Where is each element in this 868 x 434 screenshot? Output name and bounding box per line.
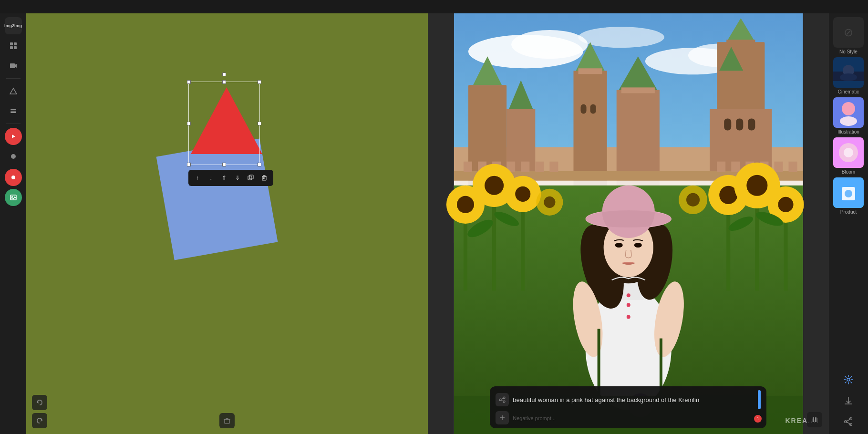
svg-line-121 (501, 400, 503, 401)
sidebar-divider-1 (6, 78, 21, 79)
style-item-cinematic[interactable]: Cinematic (832, 57, 865, 94)
handle-top-center[interactable] (222, 80, 226, 84)
play-icon (10, 134, 16, 139)
pause-icon (811, 416, 818, 424)
prompt-row-1: beautiful woman in a pink hat against th… (496, 390, 761, 409)
svg-point-76 (515, 186, 530, 202)
sidebar-item-layers[interactable] (5, 103, 22, 120)
toolbar-send-back[interactable]: ⇓ (231, 172, 244, 184)
prompt-text-display[interactable]: beautiful woman in a pink hat against th… (513, 396, 754, 403)
trash-icon (261, 175, 268, 181)
style-item-product[interactable]: Product (832, 177, 865, 215)
svg-point-98 (626, 315, 630, 319)
svg-point-27 (511, 30, 588, 59)
svg-point-106 (615, 243, 622, 248)
svg-point-74 (485, 176, 504, 195)
illustration-preview (833, 97, 864, 128)
svg-rect-48 (736, 119, 743, 131)
product-preview (833, 177, 864, 208)
redo-button[interactable] (32, 413, 47, 428)
duplicate-icon (248, 175, 254, 181)
prompt-add-icon[interactable] (496, 411, 509, 424)
svg-point-72 (456, 196, 474, 213)
sidebar-item-video[interactable] (5, 57, 22, 74)
svg-point-97 (626, 303, 630, 307)
cinematic-preview (833, 57, 864, 88)
style-label-bloom: Bloom (842, 169, 855, 175)
svg-point-11 (11, 176, 15, 179)
svg-point-105 (585, 210, 671, 227)
svg-rect-51 (590, 104, 596, 114)
handle-bottom-center[interactable] (222, 163, 226, 166)
negative-prompt-area[interactable]: Negative prompt... (513, 413, 757, 422)
canvas-floating-toolbar: ↑ ↓ ⇑ ⇓ (188, 170, 273, 186)
settings-icon (844, 375, 853, 384)
illustration-thumbnail (833, 97, 864, 128)
prompt-count-badge: 1 (754, 415, 762, 423)
circle-icon (11, 175, 16, 180)
sidebar-item-img2img[interactable]: Img2Img (5, 17, 22, 34)
undo-icon (36, 399, 43, 406)
svg-rect-47 (724, 119, 731, 131)
handle-top-left[interactable] (187, 80, 191, 84)
ai-output-panel: KREA.AI beautiful wom (428, 13, 829, 434)
style-label-illustration: Illustration (837, 129, 859, 134)
canvas-delete-button[interactable] (219, 413, 235, 428)
handle-middle-left[interactable] (187, 122, 191, 125)
svg-rect-14 (248, 176, 252, 180)
share-icon-button[interactable] (840, 413, 857, 430)
image-button[interactable] (5, 189, 22, 206)
svg-rect-53 (463, 162, 472, 172)
sidebar-item-grid[interactable] (5, 37, 22, 54)
rotation-handle[interactable] (222, 72, 226, 76)
svg-point-85 (778, 197, 793, 212)
prompt-strength-slider[interactable] (758, 390, 761, 409)
prompt-row-2: Negative prompt... 1 (496, 411, 761, 424)
prompt-bar: beautiful woman in a pink hat against th… (490, 386, 766, 428)
svg-rect-7 (10, 109, 16, 110)
toolbar-delete[interactable] (258, 172, 270, 184)
svg-rect-115 (813, 417, 814, 422)
svg-rect-64 (774, 162, 783, 172)
prompt-slider-container (758, 390, 761, 409)
style-label-cinematic: Cinematic (838, 89, 859, 94)
triangle-icon (10, 87, 17, 95)
undo-button[interactable] (32, 395, 47, 410)
toolbar-move-down[interactable]: ↓ (205, 172, 217, 184)
canvas-area[interactable]: ↑ ↓ ⇑ ⇓ (26, 13, 428, 434)
style-item-no-style[interactable]: ⊘ No Style (832, 17, 865, 54)
video-icon (10, 62, 17, 70)
record-button-1[interactable] (5, 128, 22, 145)
toolbar-duplicate[interactable] (245, 172, 257, 184)
sidebar-item-extra[interactable] (5, 148, 22, 165)
download-icon-button[interactable] (840, 392, 857, 409)
svg-point-136 (845, 190, 852, 197)
svg-point-130 (840, 116, 857, 126)
svg-rect-60 (717, 162, 725, 172)
settings-icon-button[interactable] (840, 371, 857, 388)
svg-point-118 (499, 399, 501, 401)
handle-middle-right[interactable] (258, 122, 261, 125)
toolbar-bring-front[interactable]: ⇑ (218, 172, 230, 184)
prompt-share-icon[interactable] (496, 393, 509, 406)
style-item-bloom[interactable]: Bloom (832, 137, 865, 175)
record-button-2[interactable] (5, 169, 22, 186)
handle-top-right[interactable] (258, 80, 261, 84)
sidebar-divider-2 (6, 124, 21, 124)
bloom-thumbnail (833, 137, 864, 168)
svg-point-117 (503, 397, 505, 399)
image-icon (10, 194, 17, 201)
sidebar-item-shape[interactable] (5, 83, 22, 100)
svg-point-87 (686, 193, 700, 207)
download-icon (844, 396, 853, 405)
svg-marker-10 (12, 134, 15, 138)
svg-point-119 (503, 401, 505, 403)
pause-button[interactable] (807, 412, 822, 427)
handle-bottom-right[interactable] (258, 163, 261, 166)
svg-rect-46 (621, 87, 654, 93)
toolbar-move-up[interactable]: ↑ (191, 172, 204, 184)
kremlin-scene-svg (428, 13, 829, 434)
style-item-illustration[interactable]: Illustration (832, 97, 865, 134)
svg-rect-4 (10, 63, 15, 68)
handle-bottom-left[interactable] (187, 163, 191, 166)
